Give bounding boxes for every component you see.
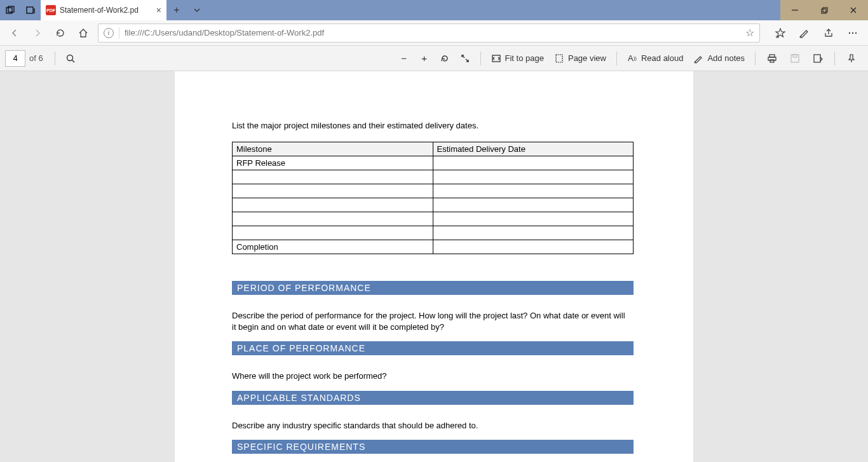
rotate-button[interactable] <box>435 48 455 69</box>
refresh-button[interactable] <box>50 22 71 44</box>
tab-actions-icon[interactable] <box>0 0 20 20</box>
share-icon[interactable] <box>817 22 840 44</box>
svg-rect-16 <box>814 55 820 62</box>
table-row <box>233 184 634 198</box>
pin-toolbar-button[interactable] <box>840 48 863 69</box>
table-cell <box>433 184 634 198</box>
favorite-icon[interactable]: ☆ <box>745 27 754 39</box>
table-header-row: Milestone Estimated Delivery Date <box>233 142 634 156</box>
page-view-button[interactable]: Page view <box>549 48 611 69</box>
svg-rect-1 <box>8 6 14 12</box>
window-controls <box>780 0 868 20</box>
separator <box>834 51 835 65</box>
section-heading: APPLICABLE STANDARDS <box>232 391 634 405</box>
site-info-icon[interactable]: i <box>104 28 114 38</box>
set-aside-tabs-icon[interactable] <box>20 0 41 20</box>
save-button[interactable] <box>783 48 806 69</box>
zoom-in-button[interactable]: + <box>414 48 435 69</box>
table-cell <box>233 170 433 184</box>
read-aloud-button[interactable]: A)) Read aloud <box>622 48 689 69</box>
table-cell <box>233 184 433 198</box>
more-icon[interactable] <box>841 22 864 44</box>
document-area[interactable]: List the major project milestones and th… <box>0 71 868 462</box>
svg-point-5 <box>849 32 850 33</box>
pdf-icon: PDF <box>46 5 56 15</box>
page-number-input[interactable] <box>5 50 25 67</box>
pdf-toolbar-right: − + Fit to page Page view A)) Read aloud… <box>394 48 863 69</box>
table-cell: RFP Release <box>233 156 433 170</box>
svg-rect-2 <box>27 7 33 13</box>
fit-to-page-label: Fit to page <box>505 53 544 63</box>
table-cell <box>433 198 634 212</box>
svg-point-6 <box>852 32 853 33</box>
tabs-dropdown-icon[interactable] <box>187 0 207 20</box>
page-view-label: Page view <box>568 53 606 63</box>
col-date: Estimated Delivery Date <box>433 142 634 156</box>
table-cell <box>433 156 634 170</box>
notes-icon[interactable] <box>793 22 816 44</box>
add-notes-label: Add notes <box>707 53 745 63</box>
svg-point-7 <box>855 32 857 33</box>
page-total-label: of 6 <box>29 53 43 63</box>
table-row: Completion <box>233 240 634 254</box>
section-heading: PLACE OF PERFORMANCE <box>232 341 634 355</box>
milestones-table: Milestone Estimated Delivery Date RFP Re… <box>232 142 634 254</box>
separator <box>616 51 617 65</box>
fullscreen-button[interactable] <box>455 48 475 69</box>
section-body: Describe any industry specific standards… <box>232 420 626 431</box>
table-row: RFP Release <box>233 156 634 170</box>
fit-to-page-button[interactable]: Fit to page <box>486 48 549 69</box>
pdf-toolbar: of 6 − + Fit to page Page view A)) Read … <box>0 46 868 71</box>
col-milestone: Milestone <box>233 142 433 156</box>
favorites-list-icon[interactable] <box>769 22 792 44</box>
read-aloud-icon: A)) <box>627 53 637 64</box>
close-tab-icon[interactable]: × <box>156 5 161 15</box>
separator <box>55 51 55 65</box>
close-window-button[interactable] <box>839 0 868 20</box>
separator <box>119 27 119 39</box>
separator <box>480 51 481 65</box>
section-heading: PERIOD OF PERFORMANCE <box>232 281 634 295</box>
forward-button[interactable] <box>27 22 48 44</box>
table-cell <box>233 212 433 226</box>
svg-rect-15 <box>793 55 797 57</box>
table-row <box>233 198 634 212</box>
pdf-page: List the major project milestones and th… <box>175 71 693 462</box>
intro-text: List the major project milestones and th… <box>232 121 636 130</box>
table-row <box>233 226 634 240</box>
svg-point-8 <box>67 55 72 60</box>
table-cell: Completion <box>233 240 433 254</box>
svg-rect-13 <box>770 60 774 62</box>
separator <box>755 51 756 65</box>
svg-rect-3 <box>822 9 826 13</box>
home-button[interactable] <box>72 22 94 44</box>
save-as-button[interactable] <box>806 48 829 69</box>
maximize-button[interactable] <box>810 0 839 20</box>
add-notes-button[interactable]: Add notes <box>688 48 750 69</box>
tab-title: Statement-of-Work2.pd <box>60 6 139 15</box>
table-cell <box>433 212 634 226</box>
table-cell <box>233 226 433 240</box>
url-box[interactable]: i file:///C:/Users/udand/Desktop/Stateme… <box>98 24 760 43</box>
back-button[interactable] <box>4 22 25 44</box>
new-tab-button[interactable]: + <box>166 0 187 20</box>
url-text: file:///C:/Users/udand/Desktop/Statement… <box>125 28 324 37</box>
address-bar: i file:///C:/Users/udand/Desktop/Stateme… <box>0 20 868 46</box>
section-heading: SPECIFIC REQUIREMENTS <box>232 440 634 454</box>
read-aloud-label: Read aloud <box>641 53 684 63</box>
svg-rect-0 <box>6 8 12 13</box>
svg-rect-14 <box>791 55 799 62</box>
table-cell <box>433 226 634 240</box>
section-body: Describe the period of performance for t… <box>232 310 626 332</box>
table-cell <box>433 170 634 184</box>
titlebar-left: PDF Statement-of-Work2.pd × + <box>0 0 207 20</box>
find-button[interactable] <box>60 48 81 69</box>
zoom-out-button[interactable]: − <box>394 48 414 69</box>
svg-rect-4 <box>823 8 827 12</box>
toolbar-right <box>764 22 864 44</box>
minimize-button[interactable] <box>780 0 810 20</box>
print-button[interactable] <box>761 48 783 69</box>
table-row <box>233 212 634 226</box>
table-row <box>233 170 634 184</box>
browser-tab[interactable]: PDF Statement-of-Work2.pd × <box>41 0 166 20</box>
